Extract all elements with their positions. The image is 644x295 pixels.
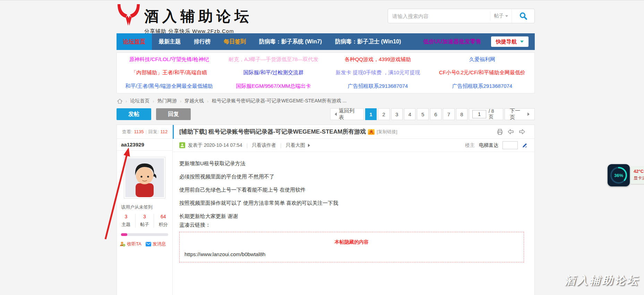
post-paragraph: 更新增加U租号获取记录方法 [179,160,524,166]
page-button-5[interactable]: 5 [417,108,428,120]
triangle-right-icon [308,144,310,147]
lanzou-download-link[interactable]: https://www.lanzoui.com/b0bwtal8h [184,251,524,257]
home-icon[interactable] [117,99,122,104]
thread-tools [497,129,534,135]
nav-item-latest-topics[interactable]: 最新主题 [152,33,187,50]
breadcrumb-crossfire[interactable]: 穿越火线 [184,98,204,104]
back-to-list-button[interactable]: 返回列表 [330,108,364,120]
search-scope-dropdown[interactable]: 帖子 [490,11,512,20]
pagination: 返回列表 1 2 3 4 5 6 7 8 / 8 页 下一页 [330,108,535,120]
logo-text-block: 酒入辅助论坛 分享辅助 分享快乐 Www.2Fzb.Com [144,4,252,35]
stat-credits-label: 积分 [154,221,172,228]
gpu-percent-value: 36% [614,173,623,178]
only-image-link[interactable]: 只看大图 [286,142,305,149]
ad-link[interactable]: CF小号0.2元/CF/和平辅助全网最低价 [430,69,534,76]
next-thread-arrow-icon[interactable] [518,129,525,135]
copy-link-button[interactable]: [复制链接] [377,129,397,135]
page-button-8[interactable]: 8 [456,108,467,120]
publish-time: 发表于 2020-10-14 07:54 [188,142,242,149]
avatar-image [125,158,164,197]
page-button-4[interactable]: 4 [404,108,415,120]
stat-topics-label: 主题 [117,221,135,228]
search-input[interactable] [388,9,490,23]
ad-link[interactable]: 久爱福利网 [430,56,534,63]
stat-credits-value: 64 [154,214,172,219]
quick-nav-button[interactable]: 快捷导航 [491,36,529,47]
breadcrumb-separator: › [126,99,127,104]
avatar[interactable] [124,157,165,199]
post-paragraph: 按照视频里面操作就可以了 使用方法非常简单 喜欢的可以关注一下我 [179,200,524,206]
ad-link[interactable]: 广告招租联系2913687074 [430,83,534,90]
reply-button[interactable]: 回复 [156,108,191,120]
stat-credits[interactable]: 64 积分 [154,214,172,228]
jump-pen-icon[interactable] [522,143,527,148]
signin-status: 该用户从未签到 [121,204,172,210]
nav-item-uu-accelerator[interactable]: 低价UU加速器批发零售 [417,33,488,50]
page-button-2[interactable]: 2 [378,108,389,120]
ad-link[interactable]: 国际服/和平/过检测交流群 [221,69,326,76]
site-header-logo[interactable]: 酒入辅助论坛 分享辅助 分享快乐 Www.2Fzb.Com [117,4,252,35]
post-paragraph: 使用前自己先绿色上号一下看看能不能上号 在使用软件 [179,187,524,193]
new-post-status-icon [179,142,185,148]
ad-link[interactable]: 原神科技/CF/LOL/守望先锋/枪神纪 [117,56,221,63]
page-button-3[interactable]: 3 [391,108,403,120]
author-actions: 收听TA 发消息 [120,241,172,247]
page-button-6[interactable]: 6 [430,108,441,120]
nav-item-daily-signin[interactable]: 每日签到 [217,33,252,50]
page-button-7[interactable]: 7 [443,108,454,120]
gpu-temp-label-box: 42°C 显卡温度 [630,167,644,184]
gpu-temp-value: 42°C [634,169,644,174]
search-scope-label: 帖子 [494,13,504,19]
ad-link[interactable]: 各种QQ游戏，4399游戏辅助 [326,56,430,63]
main-navbar: 论坛首页 最新主题 排行榜 每日签到 防病毒：影子系统 (Win7) 防病毒：影… [117,33,535,50]
page-jump-input[interactable] [472,110,486,118]
breadcrumb-hot-games[interactable]: 热门网游 [157,98,177,104]
post-paragraph: 蓝凑云链接： [179,222,524,228]
counter-divider: | [145,129,146,134]
thread-panel: 查看: 1135 | 回复: 112 [辅助下载] 租号记录账号密码记录器-可记… [117,125,535,295]
post-paragraph: 长期更新给大家更新 谢谢 [179,213,524,219]
elevator-link[interactable]: 电梯直达 [479,142,498,149]
gpu-temp-row: 42°C [634,169,644,174]
ad-link[interactable]: 和平/王者/黑号/端游全网最全最低辅助 [117,83,221,90]
ad-link[interactable]: 国际服EGM/9567/XMM总端出卡 [221,83,326,90]
breadcrumb-forum-home[interactable]: 论坛首页 [130,98,149,104]
next-page-button[interactable]: 下一页 [505,108,535,120]
follow-user-button[interactable]: 收听TA [120,241,141,247]
follow-label: 收听TA [127,241,141,247]
author-username[interactable]: aa123929 [117,139,172,151]
stat-posts[interactable]: 3 帖子 [136,214,154,228]
thread-title-row: 查看: 1135 | 回复: 112 [辅助下载] 租号记录账号密码记录器-可记… [117,125,534,139]
credit-progress-bar[interactable] [121,233,168,236]
next-page-label: 下一页 [510,108,525,121]
thread-counters: 查看: 1135 | 回复: 112 [117,129,173,135]
chevron-down-icon [520,41,524,43]
meta-divider: | [280,143,282,148]
ad-link[interactable]: 新发卡 提现0手续费 ，满10元可提现 [326,69,430,76]
nav-item-ranking[interactable]: 排行榜 [187,33,217,50]
elevator-floor-input[interactable] [503,141,518,149]
send-message-button[interactable]: 发消息 [146,241,166,247]
stat-topics[interactable]: 3 主题 [117,214,136,228]
prev-thread-arrow-icon[interactable] [507,129,514,135]
triangle-left-icon [335,112,337,116]
search-button[interactable] [512,9,534,23]
new-post-button[interactable]: 发帖 [117,108,151,120]
ad-link[interactable]: 耐克，AJ椰子—手货源低至78—双代发 [221,56,326,63]
title-accent-bar [173,125,174,139]
ad-link[interactable]: 「内部辅助」王者/和平/高端自瞄 [117,69,221,76]
print-icon[interactable] [497,129,503,135]
nav-item-forum-home[interactable]: 论坛首页 [117,33,152,50]
stat-posts-value: 3 [136,214,154,219]
page-button-1[interactable]: 1 [365,108,377,120]
message-label: 发消息 [153,241,166,247]
nav-item-shadow-system-win7[interactable]: 防病毒：影子系统 (Win7) [252,33,328,50]
hot-fire-badge-icon: 火 [368,129,375,135]
views-label: 查看: [122,129,132,135]
gpu-temp-widget[interactable]: 36% 42°C 显卡温度 [608,164,644,186]
nav-item-shadow-defender-win10[interactable]: 防病毒：影子卫士 (Win10) [328,33,407,50]
only-author-link[interactable]: 只看该作者 [252,142,276,149]
quick-nav-label: 快捷导航 [496,39,517,45]
ad-link[interactable]: 广告招租联系2913687074 [326,83,430,90]
meta-divider: | [246,143,248,148]
